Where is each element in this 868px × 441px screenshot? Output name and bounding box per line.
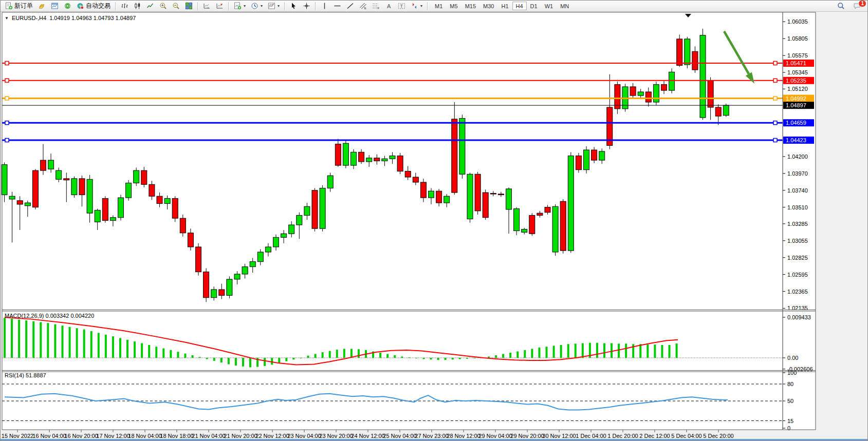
- signal-icon: [64, 2, 71, 10]
- toolbar: 新订单自动交易▾▾▾EFAT▾ M1M5M15M30H1H4D1W1MN 1: [1, 1, 868, 12]
- fibo-icon: F: [372, 2, 380, 10]
- time-axis-label: 5 Dec 04:00: [671, 433, 701, 439]
- template-icon: [268, 2, 275, 10]
- timeframe-h4-button[interactable]: H4: [512, 2, 527, 10]
- notification-badge: 1: [858, 0, 866, 7]
- time-axis-label: 18 Nov 18:00: [160, 433, 193, 439]
- shift-icon: [216, 2, 224, 10]
- timeframe-d1-button[interactable]: D1: [527, 2, 541, 10]
- tile-icon: [185, 2, 193, 10]
- chart-bars-button[interactable]: [118, 2, 131, 11]
- chevron-down-icon: ▾: [244, 4, 246, 8]
- price-axis-tick: 1.03285: [787, 221, 808, 227]
- cursor-icon: [290, 2, 298, 10]
- timeframe-m30-button[interactable]: M30: [479, 2, 497, 10]
- chart-canvas[interactable]: 1.060351.058051.055751.053451.051201.042…: [1, 12, 868, 441]
- auto-trading-button[interactable]: 自动交易: [74, 2, 113, 11]
- time-axis-label: 30 Nov 12:00: [542, 433, 576, 439]
- chart-shift-button[interactable]: [213, 2, 226, 11]
- rsi-axis-tick: 0: [787, 425, 790, 431]
- cursor-button[interactable]: [287, 2, 300, 11]
- zoom-in-button[interactable]: [157, 2, 170, 11]
- doc-chart-icon: [234, 2, 242, 10]
- toolbar-separator: [315, 2, 316, 10]
- time-axis-label: 28 Nov 12:00: [447, 433, 480, 439]
- tile-windows-button[interactable]: [182, 2, 195, 11]
- timeframe-m15-button[interactable]: M15: [461, 2, 479, 10]
- price-axis-tick: 1.05575: [787, 52, 808, 59]
- level-price-label: 1.04992: [786, 95, 806, 102]
- trend-icon: [346, 2, 354, 10]
- toolbar-separator: [228, 2, 229, 10]
- market-watch-button[interactable]: [48, 2, 61, 11]
- price-axis-tick: 1.05345: [787, 69, 808, 75]
- new-chart-button[interactable]: ▾: [231, 2, 248, 11]
- level-price-label: 1.05471: [786, 60, 806, 66]
- time-axis-label: 29 Nov 04:00: [478, 433, 512, 439]
- bars-icon: [121, 2, 128, 10]
- time-axis-label: 22 Nov 12:00: [255, 433, 289, 439]
- signals-button[interactable]: [61, 2, 74, 11]
- new-order-button[interactable]: 新订单: [3, 2, 35, 11]
- macd-axis-tick: 0.009433: [787, 314, 811, 320]
- svg-text:F: F: [378, 7, 380, 10]
- search-button[interactable]: [835, 2, 847, 11]
- time-axis-label: 24 Nov 12:00: [351, 433, 384, 439]
- price-axis-tick: 1.03970: [787, 170, 808, 177]
- chevron-down-icon: ▾: [278, 4, 280, 8]
- vertical-line-button[interactable]: [318, 2, 331, 11]
- svg-text:T: T: [400, 4, 403, 9]
- chart-svg[interactable]: 1.060351.058051.055751.053451.051201.042…: [1, 12, 868, 441]
- timeframe-w1-button[interactable]: W1: [541, 2, 557, 10]
- timeframe-m1-button[interactable]: M1: [431, 2, 446, 10]
- price-axis-tick: 1.03510: [787, 204, 808, 210]
- chat-button[interactable]: 1: [851, 2, 863, 11]
- crosshair-icon: [303, 2, 310, 10]
- text-label-button[interactable]: T: [395, 2, 408, 11]
- profiles-button[interactable]: ▾: [248, 2, 265, 11]
- time-axis-label: 15 Nov 2022: [2, 433, 33, 439]
- chevron-down-icon: ▼: [5, 16, 9, 21]
- auto-scroll-button[interactable]: [200, 2, 213, 11]
- time-axis-label: 25 Nov 04:00: [383, 433, 416, 439]
- level-price-label: 1.05235: [786, 78, 806, 84]
- window-bottom-edge: [1, 439, 868, 440]
- equidistant-channel-button[interactable]: E: [357, 2, 370, 11]
- gold-chart-button[interactable]: [35, 2, 48, 11]
- toolbar-separator: [115, 2, 116, 10]
- time-axis-label: 2 Dec 12:00: [639, 433, 670, 439]
- arrows-button[interactable]: ▾: [408, 2, 425, 11]
- svg-text:E: E: [364, 7, 366, 10]
- horizontal-line-button[interactable]: [331, 2, 344, 11]
- timeframe-h1-button[interactable]: H1: [497, 2, 512, 10]
- time-axis-label: 29 Nov 20:00: [510, 433, 544, 439]
- vline-icon: [321, 2, 328, 10]
- toolbar-separator: [284, 2, 285, 10]
- toolbar-separator: [427, 2, 428, 10]
- channel-icon: E: [359, 2, 367, 10]
- search-icon: [837, 2, 845, 10]
- line-icon: [146, 2, 154, 10]
- text-a-icon: A: [385, 2, 393, 10]
- trendline-button[interactable]: [344, 2, 357, 11]
- chart-symbol: EURUSD-,H4: [12, 15, 46, 21]
- clock-icon: [251, 2, 258, 10]
- indicators-button[interactable]: ▾: [265, 2, 282, 11]
- time-axis-label: 18 Nov 04:00: [128, 433, 161, 439]
- timeframe-m5-button[interactable]: M5: [446, 2, 461, 10]
- toolbar-right: 1: [835, 2, 866, 11]
- scroll-right-icon: [203, 2, 211, 10]
- chart-candles-button[interactable]: [131, 2, 144, 11]
- text-button[interactable]: A: [382, 2, 395, 11]
- autotrade-icon: [77, 2, 84, 10]
- timeframe-mn-button[interactable]: MN: [557, 2, 572, 10]
- price-axis-tick: 1.02135: [787, 305, 808, 311]
- arrows-icon: [411, 2, 418, 10]
- chart-ohlc-values: 1.04919 1.04963 1.04793 1.04897: [49, 15, 136, 21]
- zoom-out-button[interactable]: [170, 2, 182, 11]
- crosshair-button[interactable]: [300, 2, 313, 11]
- price-axis-tick: 1.05805: [787, 35, 808, 42]
- chart-line-button[interactable]: [144, 2, 157, 11]
- macd-indicator-title: MACD(12,26,9) 0.003342 0.004220: [5, 313, 94, 319]
- fibonacci-button[interactable]: F: [370, 2, 382, 11]
